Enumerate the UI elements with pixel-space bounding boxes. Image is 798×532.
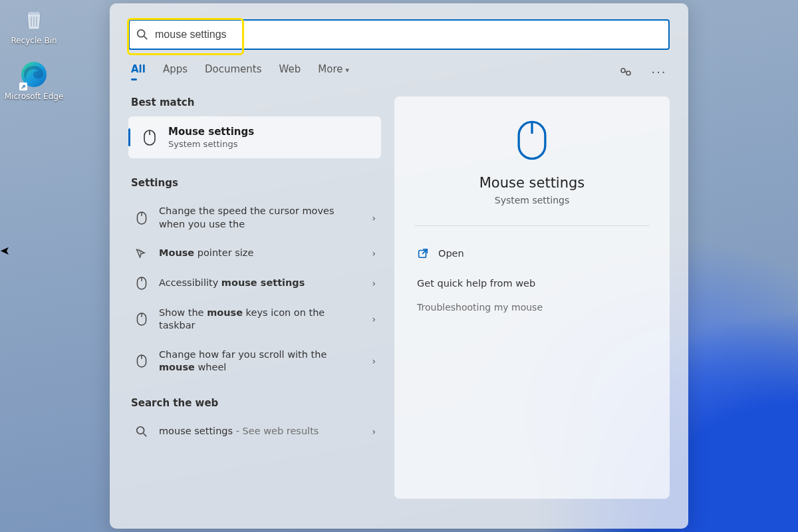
mouse-icon: [134, 354, 150, 368]
help-link-troubleshoot[interactable]: Troubleshooting my mouse: [417, 298, 647, 317]
tab-more[interactable]: More▾: [318, 63, 349, 80]
mouse-icon: [140, 128, 159, 147]
search-icon: [134, 426, 150, 438]
search-icon: [136, 29, 148, 41]
preview-title: Mouse settings: [417, 175, 647, 191]
open-external-icon: [417, 247, 429, 259]
setting-item-mouse-keys-taskbar[interactable]: Show the mouse keys icon on the taskbar …: [128, 299, 381, 340]
search-box[interactable]: [128, 19, 670, 50]
preview-pane: Mouse settings System settings Open Get …: [394, 96, 670, 499]
search-panel: All Apps Documents Web More▾ ··· Best ma…: [110, 3, 688, 529]
chevron-right-icon: ›: [372, 213, 376, 223]
section-best-match: Best match: [131, 96, 381, 108]
preview-subtitle: System settings: [417, 195, 647, 205]
web-search-item[interactable]: mouse settings - See web results ›: [128, 417, 381, 446]
chevron-right-icon: ›: [372, 356, 376, 366]
chevron-right-icon: ›: [372, 314, 376, 325]
filter-tabs: All Apps Documents Web More▾ ···: [128, 63, 670, 80]
setting-item-label: Mouse pointer size: [159, 247, 362, 260]
mouse-icon: [134, 276, 150, 291]
setting-item-label: Change how far you scroll with the mouse…: [159, 348, 362, 374]
mouse-cursor-icon: ➤: [0, 243, 10, 257]
desktop-icon-recycle-bin[interactable]: Recycle Bin: [4, 4, 64, 45]
recycle-bin-icon: [19, 4, 49, 33]
edge-icon: ↗: [19, 60, 49, 89]
svg-point-1: [138, 30, 145, 37]
setting-item-label: Show the mouse keys icon on the taskbar: [159, 307, 362, 332]
chevron-right-icon: ›: [372, 278, 376, 289]
tab-all[interactable]: All: [131, 63, 146, 80]
section-search-web: Search the web: [131, 397, 381, 409]
best-match-subtitle: System settings: [168, 139, 254, 149]
mouse-icon: [134, 312, 150, 327]
tab-apps[interactable]: Apps: [163, 63, 188, 80]
quick-search-icon[interactable]: [618, 64, 634, 80]
desktop-icon-label: Microsoft Edge: [5, 92, 64, 101]
results-column: Best match Mouse settings System setting…: [128, 96, 381, 499]
divider: [414, 225, 650, 226]
chevron-right-icon: ›: [372, 248, 376, 259]
setting-item-label: Accessibility mouse settings: [159, 277, 362, 290]
setting-item-label: Change the speed the cursor moves when y…: [159, 205, 362, 231]
tab-documents[interactable]: Documents: [205, 63, 262, 80]
mouse-icon: [134, 211, 150, 225]
chevron-down-icon: ▾: [345, 66, 349, 74]
pointer-icon: [134, 247, 150, 259]
open-label: Open: [438, 248, 464, 259]
setting-item-cursor-speed[interactable]: Change the speed the cursor moves when y…: [128, 197, 381, 239]
more-options-icon[interactable]: ···: [651, 64, 667, 80]
search-input[interactable]: [154, 28, 662, 41]
tab-web[interactable]: Web: [279, 63, 301, 80]
setting-item-pointer-size[interactable]: Mouse pointer size ›: [128, 239, 381, 268]
section-settings: Settings: [131, 177, 381, 189]
svg-point-16: [137, 427, 144, 434]
mouse-large-icon: [511, 119, 553, 162]
desktop-icon-edge[interactable]: ↗ Microsoft Edge: [4, 60, 64, 101]
setting-item-accessibility-mouse[interactable]: Accessibility mouse settings ›: [128, 268, 381, 299]
best-match-item[interactable]: Mouse settings System settings: [128, 116, 381, 158]
desktop-icon-label: Recycle Bin: [11, 36, 57, 45]
chevron-right-icon: ›: [372, 426, 376, 437]
svg-line-2: [144, 37, 148, 40]
best-match-title: Mouse settings: [168, 126, 254, 138]
help-heading: Get quick help from web: [417, 278, 647, 289]
setting-item-scroll-wheel[interactable]: Change how far you scroll with the mouse…: [128, 340, 381, 382]
open-action[interactable]: Open: [417, 242, 647, 265]
web-search-label: mouse settings - See web results: [159, 425, 362, 438]
shortcut-arrow-icon: ↗: [19, 82, 27, 90]
svg-line-17: [144, 433, 147, 436]
